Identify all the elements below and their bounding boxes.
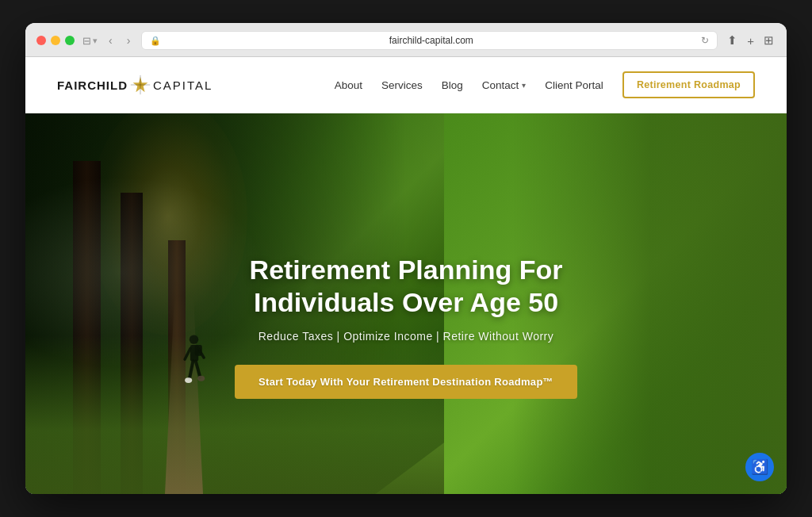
browser-actions: ⬆ + ⊞ — [726, 32, 776, 49]
browser-window: ⊟ ▾ ‹ › 🔒 fairchild-capital.com ↻ ⬆ + ⊞ … — [25, 23, 787, 494]
minimize-button[interactable] — [51, 36, 60, 45]
maximize-button[interactable] — [65, 36, 75, 45]
close-button[interactable] — [36, 36, 46, 45]
chevron-down-icon: ▾ — [522, 81, 526, 90]
accessibility-button[interactable]: ♿ — [745, 453, 774, 481]
sidebar-icon: ⊟ — [82, 35, 91, 47]
nav-links: About Services Blog Contact ▾ Client Por… — [335, 71, 755, 98]
logo-text-left: FAIRCHILD — [57, 79, 128, 92]
nav-services[interactable]: Services — [381, 79, 423, 91]
hero-section: Retirement Planning For Individuals Over… — [25, 113, 787, 494]
tab-grid-button[interactable]: ⊞ — [762, 32, 776, 49]
sidebar-toggle-button[interactable]: ⊟ ▾ — [82, 35, 98, 47]
nav-blog[interactable]: Blog — [442, 79, 463, 91]
forward-button[interactable]: › — [124, 33, 134, 48]
lock-icon: 🔒 — [150, 36, 161, 46]
address-bar[interactable]: 🔒 fairchild-capital.com ↻ — [141, 31, 718, 50]
logo-text-right: CAPITAL — [153, 79, 213, 92]
share-button[interactable]: ⬆ — [726, 32, 739, 49]
back-button[interactable]: ‹ — [105, 33, 116, 48]
hero-cta-button[interactable]: Start Today With Your Retirement Destina… — [235, 365, 577, 399]
chevron-down-icon: ▾ — [93, 36, 98, 46]
nav-client-portal[interactable]: Client Portal — [545, 79, 603, 91]
navigation: FAIRCHILD CAPITAL About Services — [25, 57, 787, 113]
hero-title: Retirement Planning For Individuals Over… — [200, 254, 612, 319]
website-content: FAIRCHILD CAPITAL About Services — [25, 57, 787, 494]
reload-icon[interactable]: ↻ — [701, 35, 709, 46]
nav-contact[interactable]: Contact ▾ — [482, 79, 527, 91]
hero-content: Retirement Planning For Individuals Over… — [200, 254, 612, 399]
nav-about[interactable]: About — [335, 79, 362, 91]
traffic-lights — [36, 36, 75, 45]
nav-contact-label: Contact — [482, 79, 519, 91]
accessibility-icon: ♿ — [751, 458, 768, 476]
logo-icon — [129, 74, 151, 96]
hero-subtitle: Reduce Taxes | Optimize Income | Retire … — [200, 330, 612, 343]
url-text: fairchild-capital.com — [166, 35, 696, 46]
new-tab-button[interactable]: + — [745, 33, 756, 49]
nav-cta-button[interactable]: Retirement Roadmap — [622, 71, 755, 98]
browser-chrome: ⊟ ▾ ‹ › 🔒 fairchild-capital.com ↻ ⬆ + ⊞ — [25, 23, 787, 57]
logo[interactable]: FAIRCHILD CAPITAL — [57, 74, 213, 96]
